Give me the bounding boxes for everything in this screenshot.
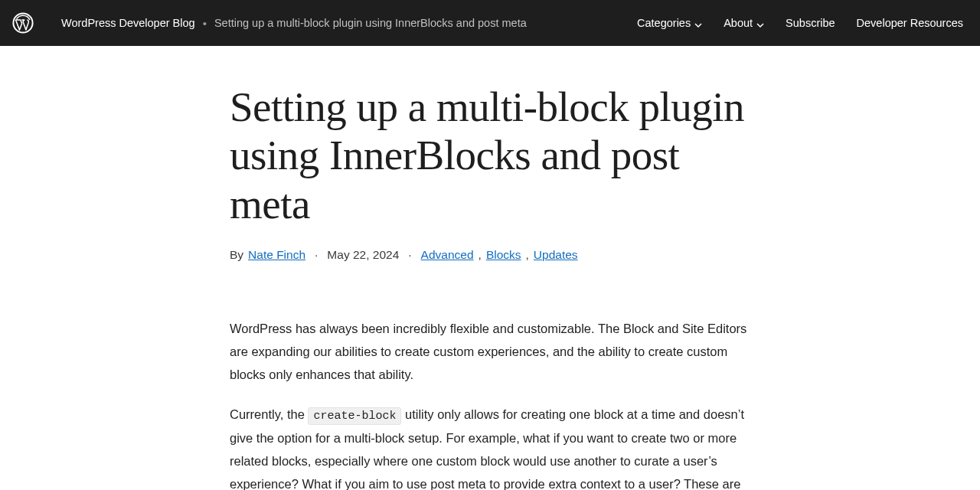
nav-developer-resources-label: Developer Resources <box>857 17 963 29</box>
text: Currently, the <box>230 407 308 421</box>
article-meta: By Nate Finch · May 22, 2024 · Advanced,… <box>230 248 758 262</box>
nav-about[interactable]: About <box>724 17 764 29</box>
nav-subscribe[interactable]: Subscribe <box>786 17 835 29</box>
comma: , <box>479 248 482 262</box>
paragraph: WordPress has always been incredibly fle… <box>230 317 750 386</box>
breadcrumb-separator: • <box>203 18 207 29</box>
nav-about-label: About <box>724 17 753 29</box>
breadcrumb-title: Setting up a multi-block plugin using In… <box>214 17 527 29</box>
inline-code: create-block <box>308 407 401 425</box>
tag-blocks[interactable]: Blocks <box>486 248 521 262</box>
meta-separator: · <box>315 248 318 262</box>
chevron-down-icon <box>694 19 702 27</box>
comma: , <box>526 248 529 262</box>
article-title: Setting up a multi-block plugin using In… <box>230 83 758 228</box>
primary-nav: Categories About Subscribe Developer Res… <box>637 17 968 29</box>
article: Setting up a multi-block plugin using In… <box>230 46 758 490</box>
top-bar: WordPress Developer Blog • Setting up a … <box>0 0 980 46</box>
article-body: WordPress has always been incredibly fle… <box>230 317 750 490</box>
nav-developer-resources[interactable]: Developer Resources <box>857 17 963 29</box>
chevron-down-icon <box>756 19 764 27</box>
publish-date: May 22, 2024 <box>327 248 399 262</box>
tag-advanced[interactable]: Advanced <box>421 248 474 262</box>
site-name-link[interactable]: WordPress Developer Blog <box>61 17 195 29</box>
by-label: By <box>230 248 243 262</box>
paragraph: Currently, the create-block utility only… <box>230 403 750 490</box>
nav-categories-label: Categories <box>637 17 691 29</box>
author-link[interactable]: Nate Finch <box>248 248 305 262</box>
tag-updates[interactable]: Updates <box>534 248 578 262</box>
wordpress-logo-icon[interactable] <box>12 12 34 34</box>
meta-separator: · <box>408 248 411 262</box>
nav-subscribe-label: Subscribe <box>786 17 835 29</box>
nav-categories[interactable]: Categories <box>637 17 702 29</box>
